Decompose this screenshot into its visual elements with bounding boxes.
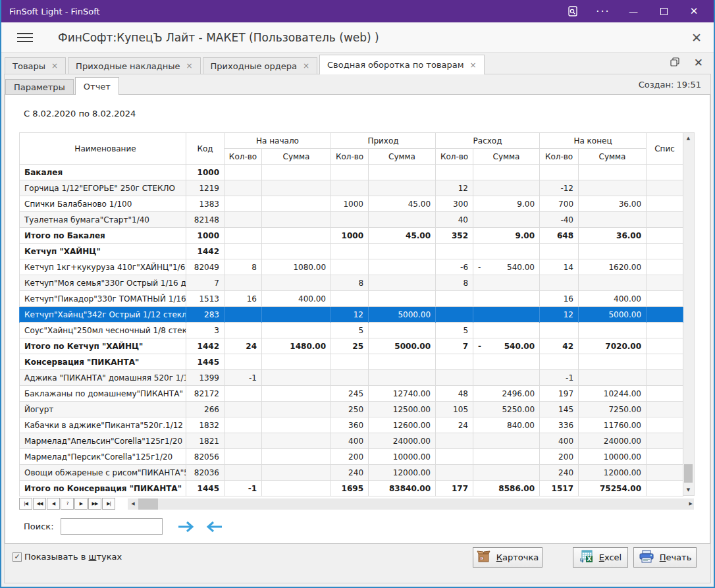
cell-ne_qty [540,165,579,180]
nav-next-button[interactable]: ▶ [74,498,88,510]
tab-close-icon[interactable]: × [470,61,477,70]
scroll-right-icon[interactable]: ▶ [689,501,693,506]
cell-out_qty: 40 [436,212,473,228]
restore-window-icon[interactable] [670,57,679,69]
table-row[interactable]: Горчица 1/12"ЕГОРЬЕ" 250г СТЕКЛО121912-1… [20,180,683,196]
nav-next-page-button[interactable]: ▶▶ [88,498,101,510]
card-button[interactable]: Карточка [473,547,543,568]
print-button[interactable]: Печать [633,547,697,568]
cell-code: 7 [186,275,225,291]
cell-out_qty [436,354,473,370]
table-row[interactable]: Итого по Бакалея1000100045.003529.006483… [20,228,683,244]
search-prev-icon[interactable] [205,520,223,533]
window-maximize-button[interactable] [653,3,674,20]
cell-name: Итого по Бакалея [20,228,186,244]
tab-svodnaya-oborotka[interactable]: Сводная оборотка по товарам × [319,55,485,74]
table-row[interactable]: Овощи обжареные с рисом"ПИКАНТА"520г8203… [20,465,683,481]
tab-close-icon[interactable]: × [303,61,309,70]
table-row[interactable]: Кетчуп"Хайнц"342г Острый 1/12 стекло2831… [20,307,683,323]
col-header-sum: Сумма [262,149,331,165]
table-row[interactable]: Спички Балабаново 1/1001383100045.003009… [20,196,683,212]
cell-out_qty: 352 [436,228,473,244]
table-row[interactable]: Мармелад"Апельсин"Corella"125г1/20182140… [20,433,683,449]
excel-button[interactable]: X Excel [573,547,628,568]
cell-ne_qty [540,323,579,338]
table-row[interactable]: Йогурт26625012500.001055250.001457250.00 [20,402,683,417]
cell-out_qty [436,449,473,465]
cell-in_qty: 200 [331,449,369,465]
subtab-otchet[interactable]: Отчет [75,77,119,95]
cell-name: Горчица 1/12"ЕГОРЬЕ" 250г СТЕКЛО [20,180,186,196]
table-row[interactable]: Кетчуп"Моя семья"330г Острый 1/16 дой-па… [20,275,683,291]
nav-prev-page-button[interactable]: ◀◀ [33,498,46,510]
table-row[interactable]: Кабачки в аджике"Пиканта"520г.1/12183236… [20,417,683,433]
cell-out_sum [473,275,540,291]
cell-ne_sum [579,323,647,338]
cell-ne_sum: 7250.00 [579,402,647,417]
table-row[interactable]: Итого по Кетчуп "ХАЙНЦ"1442241480.002550… [20,338,683,354]
col-header-qty: Кол-во [436,149,473,165]
table-row[interactable]: Кетчуп "ХАЙНЦ"1442 [20,244,683,259]
table-row[interactable]: Мармелад"Персик"Corella"125г1/2082056200… [20,449,683,465]
svg-text:X: X [587,556,591,562]
cell-code: 1442 [186,338,225,354]
cell-ne_qty: 240 [540,465,579,481]
nav-last-button[interactable]: ▶| [102,498,115,510]
subtab-parametry[interactable]: Параметры [5,79,74,95]
table-row[interactable]: Кетчуп 1кг+кукуруза 410г"ХАЙНЦ"1/6820498… [20,259,683,275]
vertical-scrollbar[interactable]: ▲ ▼ [683,132,695,496]
scroll-down-icon[interactable]: ▼ [683,485,693,495]
table-row[interactable]: Кетчуп"Пикадор"330г ТОМАТНЫЙ 1/16 дой-п1… [20,291,683,307]
cell-in_qty: 8 [331,275,369,291]
table-row[interactable]: Туалетная бумага"Старт"1/408214840-40 [20,212,683,228]
tab-tovary[interactable]: Товары × [5,57,66,74]
cell-in_qty [331,370,369,386]
cell-nb_qty [225,212,262,228]
search-next-icon[interactable] [177,520,196,533]
cell-name: Кетчуп"Пикадор"330г ТОМАТНЫЙ 1/16 дой-п [20,291,186,307]
tab-close-icon[interactable]: × [51,61,58,70]
window-search-icon[interactable] [562,3,583,20]
horizontal-scrollbar-thumb[interactable] [138,498,158,510]
window-title: FinSoft Light - FinSoft [0,7,562,16]
excel-icon: X [579,550,594,565]
table-row[interactable]: Консервация "ПИКАНТА"1445 [20,354,683,370]
search-input[interactable] [61,518,163,535]
col-header-name: Наименование [20,133,186,165]
table-row[interactable]: Соус"Хайнц"250мл чесночный 1/8 стекло355 [20,323,683,338]
show-in-pieces-checkbox[interactable]: ✓ Показывать в штуках [13,552,122,562]
cell-in_sum [369,275,436,291]
table-row[interactable]: Аджика "ПИКАНТА" домашняя 520г 1/121399-… [20,370,683,386]
cell-in_sum [369,259,436,275]
cell-nb_sum [262,196,331,212]
nav-prev-button[interactable]: ◀ [47,498,60,510]
window-minimize-button[interactable]: — [623,3,644,20]
scroll-left-icon[interactable]: ◀ [128,501,138,506]
window-close-button[interactable]: ✕ [683,3,704,20]
cell-code: 1821 [186,433,225,449]
table-row[interactable]: Баклажаны по домашнему"ПИКАНТА" 520г 182… [20,386,683,402]
cell-ne_sum: 12000.00 [579,465,647,481]
card-button-label: Карточка [496,552,539,562]
tab-prihodnye-nakladnye[interactable]: Приходные накладные × [68,57,200,74]
horizontal-scrollbar[interactable]: ◀ ▶ [128,498,694,510]
tab-area-close-icon[interactable]: ✕ [694,56,703,69]
nav-help-button[interactable]: ? [61,498,74,510]
app-close-icon[interactable]: ✕ [691,30,702,45]
scroll-up-icon[interactable]: ▲ [683,133,693,144]
tab-prihodnye-ordera[interactable]: Приходные ордера × [203,57,317,74]
checkbox-icon[interactable]: ✓ [13,552,22,562]
vertical-scrollbar-thumb[interactable] [684,464,693,483]
table-row[interactable]: Итого по Консервация "ПИКАНТА"1445-11695… [20,481,683,496]
menu-icon[interactable] [17,33,33,42]
cell-ne_qty: -1 [540,370,579,386]
cell-ne_sum [579,165,647,180]
window-more-icon[interactable]: ··· [593,3,614,20]
printer-icon [639,550,654,565]
cell-out_qty: 7 [436,338,473,354]
cell-ne_sum: 11760.00 [579,417,647,433]
table-row[interactable]: Бакалея1000 [20,165,683,180]
tab-close-icon[interactable]: × [186,61,192,70]
cell-name: Туалетная бумага"Старт"1/40 [20,212,186,228]
nav-first-button[interactable]: |◀ [19,498,32,510]
